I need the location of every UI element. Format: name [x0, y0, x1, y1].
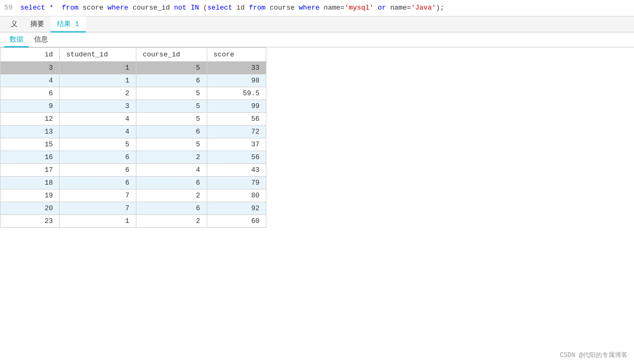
cell-student_id: 6 [60, 164, 136, 177]
table-row[interactable]: 62559.5 [1, 87, 266, 100]
cell-course_id: 2 [136, 215, 207, 228]
table-row[interactable]: 31533 [1, 62, 266, 75]
cell-score: 56 [207, 151, 266, 164]
sql-keyword-from: from [62, 2, 78, 14]
table-row[interactable]: 41698 [1, 75, 266, 87]
table-row[interactable]: 231260 [1, 215, 266, 228]
table-row[interactable]: 134672 [1, 126, 266, 138]
table-row[interactable]: 197280 [1, 189, 266, 202]
sql-string-mysql: 'mysql' [345, 2, 374, 14]
table-row[interactable]: 93599 [1, 100, 266, 113]
cell-score: 99 [207, 100, 266, 113]
sql-keyword-where2: where [299, 2, 320, 14]
sub-tab-info[interactable]: 信息 [29, 32, 53, 47]
col-header-course-id: course_id [136, 48, 207, 62]
cell-id: 12 [1, 113, 60, 126]
cell-student_id: 2 [60, 87, 136, 100]
results-table: id student_id course_id score 3153341698… [0, 47, 266, 228]
sql-text-paren-open: ( [199, 2, 208, 14]
cell-score: 56 [207, 113, 266, 126]
cell-score: 80 [207, 189, 266, 202]
cell-course_id: 2 [136, 151, 207, 164]
sql-editor: 59 select * from score where course_id n… [0, 0, 634, 16]
cell-student_id: 6 [60, 177, 136, 189]
cell-score: 43 [207, 164, 266, 177]
sub-tab-data[interactable]: 数据 [4, 32, 29, 47]
cell-score: 98 [207, 75, 266, 87]
cell-course_id: 6 [136, 177, 207, 189]
sql-text-course: course [265, 2, 298, 14]
page-wrapper: 59 select * from score where course_id n… [0, 0, 634, 364]
sql-text-star: * [45, 2, 62, 14]
table-header-row: id student_id course_id score [1, 48, 266, 62]
cell-id: 18 [1, 177, 60, 189]
cell-id: 17 [1, 164, 60, 177]
cell-id: 15 [1, 138, 60, 151]
table-row[interactable]: 166256 [1, 151, 266, 164]
cell-id: 20 [1, 202, 60, 215]
sql-keyword-from2: from [249, 2, 265, 14]
table-row[interactable]: 155537 [1, 138, 266, 151]
cell-id: 19 [1, 189, 60, 202]
cell-id: 23 [1, 215, 60, 228]
cell-course_id: 2 [136, 189, 207, 202]
cell-course_id: 6 [136, 202, 207, 215]
sub-tabs-bar: 数据 信息 [0, 32, 634, 47]
tab-yi[interactable]: 义 [4, 16, 24, 32]
cell-id: 4 [1, 75, 60, 87]
sql-keyword-or: or [378, 2, 386, 14]
table-row[interactable]: 176443 [1, 164, 266, 177]
cell-student_id: 4 [60, 126, 136, 138]
tab-summary[interactable]: 摘要 [24, 16, 51, 32]
cell-course_id: 5 [136, 62, 207, 75]
line-number: 59 [4, 2, 20, 14]
sql-text-id: id [232, 2, 249, 14]
cell-id: 16 [1, 151, 60, 164]
cell-course_id: 5 [136, 113, 207, 126]
sql-keyword-select: select [20, 2, 45, 14]
cell-student_id: 5 [60, 138, 136, 151]
table-row[interactable]: 124556 [1, 113, 266, 126]
cell-course_id: 6 [136, 126, 207, 138]
col-header-score: score [207, 48, 266, 62]
sql-keyword-not-in: not IN [174, 2, 199, 14]
cell-student_id: 4 [60, 113, 136, 126]
cell-score: 79 [207, 177, 266, 189]
table-row[interactable]: 186679 [1, 177, 266, 189]
sql-keyword-where: where [108, 2, 128, 14]
sql-text-name2: name= [386, 2, 411, 14]
cell-score: 59.5 [207, 87, 266, 100]
sql-text-name1: name= [320, 2, 345, 14]
col-header-student-id: student_id [60, 48, 136, 62]
cell-id: 9 [1, 100, 60, 113]
cell-student_id: 6 [60, 151, 136, 164]
cell-student_id: 7 [60, 202, 136, 215]
cell-student_id: 3 [60, 100, 136, 113]
cell-id: 13 [1, 126, 60, 138]
cell-course_id: 6 [136, 75, 207, 87]
sql-text-or [373, 2, 378, 14]
cell-course_id: 5 [136, 100, 207, 113]
table-row[interactable]: 207692 [1, 202, 266, 215]
table-container[interactable]: id student_id course_id score 3153341698… [0, 47, 634, 364]
sql-string-java: 'Java' [411, 2, 436, 14]
cell-id: 3 [1, 62, 60, 75]
cell-score: 37 [207, 138, 266, 151]
cell-score: 92 [207, 202, 266, 215]
cell-course_id: 5 [136, 87, 207, 100]
attribution: CSDN @代阳的专属博客 [560, 351, 628, 360]
sql-keyword-select2: select [207, 2, 232, 14]
cell-student_id: 1 [60, 75, 136, 87]
tabs-bar: 义 摘要 结果 1 [0, 16, 634, 32]
sql-text-course-id: course_id [128, 2, 174, 14]
cell-student_id: 1 [60, 62, 136, 75]
tab-result1[interactable]: 结果 1 [51, 16, 86, 32]
col-header-id: id [1, 48, 60, 62]
cell-student_id: 1 [60, 215, 136, 228]
sql-line: 59 select * from score where course_id n… [4, 2, 630, 14]
cell-course_id: 5 [136, 138, 207, 151]
cell-course_id: 4 [136, 164, 207, 177]
cell-score: 60 [207, 215, 266, 228]
cell-student_id: 7 [60, 189, 136, 202]
sql-text-score: score [78, 2, 108, 14]
